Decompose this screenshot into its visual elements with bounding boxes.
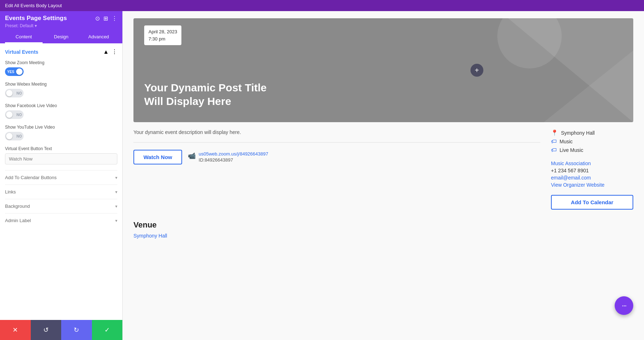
virtual-events-title: Virtual Events xyxy=(5,49,38,55)
hero-triangle-2 xyxy=(544,51,633,122)
toggle-no-label-facebook: NO xyxy=(16,113,22,117)
organizer-phone: +1 234 567 8901 xyxy=(551,168,633,173)
organizer-website-link[interactable]: View Organizer Website xyxy=(551,182,633,188)
show-webex-field: Show Webex Meeting NO xyxy=(5,82,117,97)
sidebar-header-top: Events Page Settings ⊙ ⊞ ⋮ xyxy=(5,15,117,22)
chevron-down-icon-admin: ▾ xyxy=(115,218,117,223)
show-zoom-toggle[interactable]: YES xyxy=(5,67,24,76)
show-webex-label: Show Webex Meeting xyxy=(5,82,117,87)
sidebar-header-icons: ⊙ ⊞ ⋮ xyxy=(95,15,117,22)
toggle-knob-youtube xyxy=(6,133,13,139)
venue-name: Symphony Hall xyxy=(561,130,595,136)
show-facebook-label: Show Facebook Live Video xyxy=(5,103,117,108)
toggle-knob-facebook xyxy=(6,111,13,118)
show-zoom-toggle-row: YES xyxy=(5,67,117,76)
virtual-button-text-input[interactable] xyxy=(5,153,117,164)
zoom-info: 📹 us05web.zoom.us/j/84926643897 ID:84926… xyxy=(188,151,268,163)
tag-live-music-icon: 🏷 xyxy=(551,147,557,153)
category-live-music: Live Music xyxy=(560,147,583,153)
columns-icon[interactable]: ⊞ xyxy=(103,15,108,22)
hero-title: Your Dynamic Post Title Will Display Her… xyxy=(144,81,287,108)
preview-area: April 28, 2023 7:30 pm Your Dynamic Post… xyxy=(123,11,644,340)
hero-date: April 28, 2023 xyxy=(148,28,177,35)
venue-section-title: Venue xyxy=(133,220,633,230)
zoom-id: ID:84926643897 xyxy=(199,157,233,163)
event-description: Your dynamic event description will disp… xyxy=(133,129,540,135)
chevron-down-icon-links: ▾ xyxy=(115,190,117,195)
more-icon[interactable]: ⋮ xyxy=(112,15,117,22)
hero-date-badge: April 28, 2023 7:30 pm xyxy=(144,25,181,45)
show-youtube-label: Show YouTube Live Video xyxy=(5,125,117,130)
undo-button[interactable]: ↺ xyxy=(31,320,62,340)
add-to-calendar-button[interactable]: Add To Calendar xyxy=(551,195,633,210)
toggle-knob-webex xyxy=(6,90,13,96)
chevron-down-icon-calendar: ▾ xyxy=(115,175,117,180)
tab-content[interactable]: Content xyxy=(5,31,43,43)
toggle-knob xyxy=(16,68,23,75)
hero-banner: April 28, 2023 7:30 pm Your Dynamic Post… xyxy=(133,18,633,122)
collapsible-background[interactable]: Background ▾ xyxy=(5,199,117,213)
show-youtube-toggle-row: NO xyxy=(5,132,117,140)
show-facebook-toggle[interactable]: NO xyxy=(5,110,24,119)
focus-icon[interactable]: ⊙ xyxy=(95,15,100,22)
event-sidebar-panel: 📍 Symphony Hall 🏷 Music 🏷 Live Music Mus… xyxy=(551,129,633,210)
collapsible-background-label: Background xyxy=(5,203,30,209)
sidebar-title: Events Page Settings xyxy=(5,15,67,22)
collapsible-admin-label[interactable]: Admin Label ▾ xyxy=(5,213,117,228)
hero-plus-button[interactable]: + xyxy=(470,64,483,77)
organizer-email-link[interactable]: email@email.com xyxy=(551,175,633,181)
event-content: Your dynamic event description will disp… xyxy=(133,129,633,210)
collapsible-links[interactable]: Links ▾ xyxy=(5,185,117,199)
organizer-name-link[interactable]: Music Association xyxy=(551,161,633,166)
category-music-item: 🏷 Music xyxy=(551,138,633,145)
toggle-no-label-youtube: NO xyxy=(16,134,22,138)
watch-row: Watch Now 📹 us05web.zoom.us/j/8492664389… xyxy=(133,150,540,164)
cancel-button[interactable]: ✕ xyxy=(0,320,31,340)
show-facebook-field: Show Facebook Live Video NO xyxy=(5,103,117,119)
show-youtube-field: Show YouTube Live Video NO xyxy=(5,125,117,140)
virtual-button-text-field: Virtual Event Button Text xyxy=(5,146,117,164)
sidebar-content: Virtual Events ▲ ⋮ Show Zoom Meeting YES xyxy=(0,43,122,320)
video-camera-icon: 📹 xyxy=(188,152,196,160)
section-more-icon[interactable]: ⋮ xyxy=(112,48,117,55)
show-zoom-label: Show Zoom Meeting xyxy=(5,60,117,65)
floating-action-button[interactable]: ··· xyxy=(615,296,633,315)
location-pin-icon: 📍 xyxy=(551,129,558,136)
show-youtube-toggle[interactable]: NO xyxy=(5,132,24,140)
collapse-icon[interactable]: ▲ xyxy=(103,49,109,55)
main-layout: Events Page Settings ⊙ ⊞ ⋮ Preset: Defau… xyxy=(0,11,644,340)
hero-time: 7:30 pm xyxy=(148,35,177,43)
collapsible-add-to-calendar[interactable]: Add To Calendar Buttons ▾ xyxy=(5,170,117,185)
show-webex-toggle[interactable]: NO xyxy=(5,89,24,97)
floating-action-icon: ··· xyxy=(622,301,626,310)
sidebar-toolbar: ✕ ↺ ↻ ✓ xyxy=(0,320,122,340)
organizer-info: Music Association +1 234 567 8901 email@… xyxy=(551,161,633,188)
zoom-link[interactable]: us05web.zoom.us/j/84926643897 xyxy=(199,151,268,157)
venue-section-link[interactable]: Symphony Hall xyxy=(133,233,167,239)
chevron-down-icon-background: ▾ xyxy=(115,204,117,209)
sidebar-tabs: Content Design Advanced xyxy=(5,31,117,43)
watch-now-button[interactable]: Watch Now xyxy=(133,150,182,164)
toggle-no-label-webex: NO xyxy=(16,91,22,95)
collapsible-admin-label-label: Admin Label xyxy=(5,218,31,223)
event-main: Your dynamic event description will disp… xyxy=(133,129,540,210)
event-divider xyxy=(133,142,540,143)
show-facebook-toggle-row: NO xyxy=(5,110,117,119)
section-header-icons: ▲ ⋮ xyxy=(103,48,117,55)
virtual-events-section-header: Virtual Events ▲ ⋮ xyxy=(5,48,117,55)
toggle-yes-label: YES xyxy=(7,70,14,74)
venue-section: Venue Symphony Hall xyxy=(133,220,633,239)
preset-label[interactable]: Preset: Default ▾ xyxy=(5,23,117,28)
venue-name-item: 📍 Symphony Hall xyxy=(551,129,633,136)
redo-button[interactable]: ↻ xyxy=(61,320,92,340)
show-zoom-field: Show Zoom Meeting YES xyxy=(5,60,117,76)
save-button[interactable]: ✓ xyxy=(92,320,123,340)
zoom-details: us05web.zoom.us/j/84926643897 ID:8492664… xyxy=(199,151,268,163)
tab-advanced[interactable]: Advanced xyxy=(80,31,117,43)
tab-design[interactable]: Design xyxy=(43,31,80,43)
sidebar: Events Page Settings ⊙ ⊞ ⋮ Preset: Defau… xyxy=(0,11,123,340)
virtual-button-text-label: Virtual Event Button Text xyxy=(5,146,117,151)
show-webex-toggle-row: NO xyxy=(5,89,117,97)
category-live-music-item: 🏷 Live Music xyxy=(551,147,633,153)
top-bar-title: Edit All Events Body Layout xyxy=(5,3,62,8)
